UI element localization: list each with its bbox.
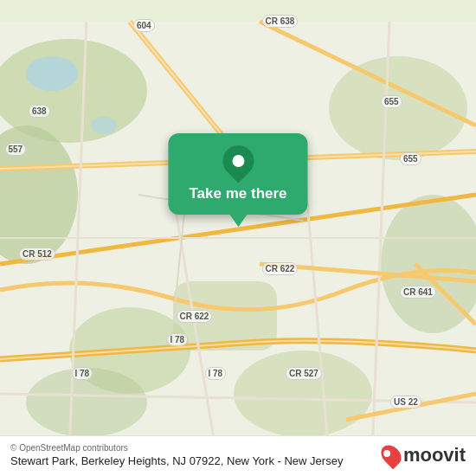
road-label-r9: CR 622 [177,310,213,323]
location-pin-icon [216,139,261,183]
bottom-left: © OpenStreetMap contributors Stewart Par… [10,443,343,467]
moovit-text: moovit [403,444,466,466]
road-label-r13: CR 527 [286,367,322,380]
attribution-text: © OpenStreetMap contributors [10,443,128,453]
road-label-r12: I 78 [205,367,227,380]
map-container: 604CR 638638557655655CR 512CR 622CR 622I… [0,0,476,476]
road-label-r3: 638 [29,105,50,118]
road-label-r11: I 78 [72,367,93,380]
road-label-r5: 655 [381,95,402,108]
svg-point-4 [329,56,467,160]
svg-point-10 [91,117,117,134]
bottom-bar: © OpenStreetMap contributors Stewart Par… [0,435,476,476]
map-popup[interactable]: Take me there [168,133,307,215]
road-label-r1: 604 [133,19,155,32]
moovit-logo: moovit [383,444,466,466]
road-label-r10: I 78 [167,333,189,346]
road-label-r4: 557 [5,143,27,156]
road-label-r14: CR 641 [400,286,436,299]
road-label-r15: US 22 [390,396,421,408]
popup-label: Take me there [189,185,286,203]
moovit-pin-icon [377,441,406,470]
road-label-r2: CR 638 [262,15,299,28]
road-label-r6: 655 [400,152,421,165]
svg-point-7 [234,351,372,437]
svg-point-9 [26,56,78,91]
road-label-r8: CR 622 [262,262,299,275]
road-label-r7: CR 512 [19,248,55,261]
map-attribution: © OpenStreetMap contributors [10,443,343,453]
location-text: Stewart Park, Berkeley Heights, NJ 07922… [10,454,343,467]
